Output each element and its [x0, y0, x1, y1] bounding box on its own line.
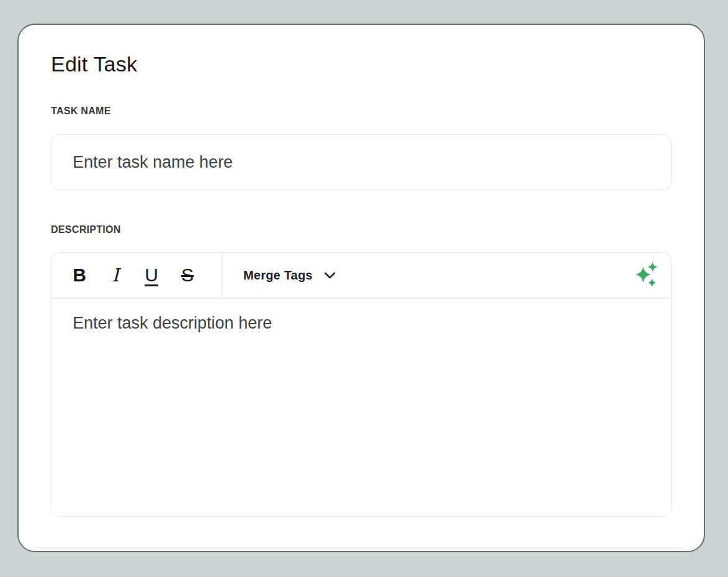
bold-button[interactable]: B: [65, 258, 94, 292]
edit-task-dialog: Edit Task TASK NAME DESCRIPTION B I U S …: [17, 24, 705, 552]
task-name-label: TASK NAME: [51, 106, 672, 117]
italic-button[interactable]: I: [101, 258, 130, 292]
ai-assist-button[interactable]: [635, 253, 671, 298]
underline-button[interactable]: U: [137, 258, 166, 292]
strikethrough-button[interactable]: S: [173, 258, 202, 292]
description-editor: B I U S Merge Tags: [51, 252, 672, 517]
description-input[interactable]: [52, 299, 671, 516]
page-title: Edit Task: [51, 52, 672, 76]
merge-tags-label: Merge Tags: [243, 268, 313, 283]
merge-tags-dropdown[interactable]: Merge Tags: [243, 253, 338, 298]
description-label: DESCRIPTION: [51, 224, 672, 235]
toolbar-spacer: [338, 253, 635, 298]
format-button-group: B I U S: [52, 253, 222, 298]
chevron-down-icon: [322, 268, 338, 283]
task-name-input[interactable]: [51, 134, 672, 190]
ai-sparkle-icon: [635, 261, 658, 289]
toolbar-divider: [222, 253, 223, 298]
editor-toolbar: B I U S Merge Tags: [52, 253, 671, 299]
